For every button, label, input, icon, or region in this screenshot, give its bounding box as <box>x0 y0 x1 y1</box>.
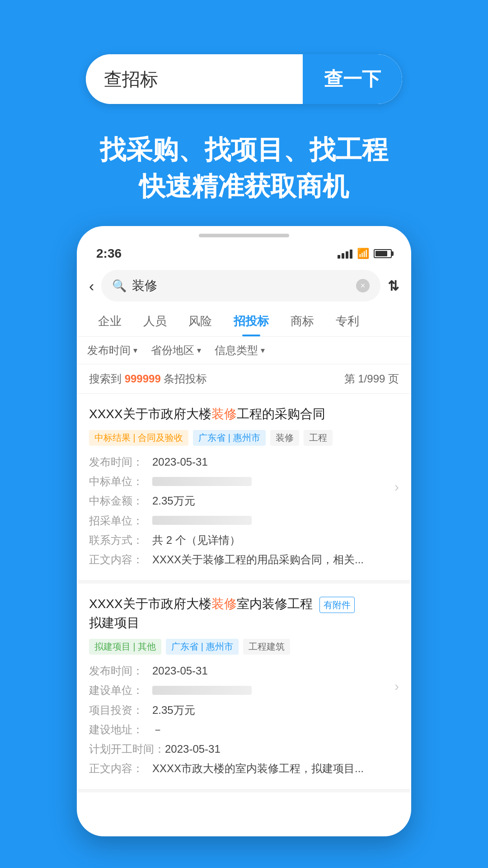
search-button-label: 查一下 <box>324 66 381 92</box>
result-title-2: XXXX关于市政府大楼装修室内装修工程 有附件 拟建项目 <box>89 594 399 632</box>
result-item-1[interactable]: XXXX关于市政府大楼装修工程的采购合同 中标结果 | 合同及验收 广东省 | … <box>78 394 410 584</box>
filter-type[interactable]: 信息类型 ▾ <box>215 343 265 358</box>
tag-construction-2: 工程建筑 <box>243 639 290 655</box>
tag-engineering-1: 工程 <box>304 430 333 446</box>
tag-decoration-1: 装修 <box>270 430 299 446</box>
chevron-right-1: › <box>394 479 399 495</box>
battery-icon <box>374 249 392 258</box>
tags-row-1: 中标结果 | 合同及验收 广东省 | 惠州市 装修 工程 <box>89 430 399 446</box>
detail-content-1: 正文内容： XXXX关于装修工程的用品采购合同，相关... <box>89 550 399 569</box>
clear-icon-symbol: × <box>361 281 366 291</box>
inner-search-box[interactable]: 🔍 装修 × <box>101 270 380 302</box>
tags-row-2: 拟建项目 | 其他 广东省 | 惠州市 工程建筑 <box>89 639 399 655</box>
tag-region-1: 广东省 | 惠州市 <box>193 430 265 446</box>
detail-purchaser-1: 招采单位： <box>89 511 399 530</box>
inner-search-icon: 🔍 <box>112 279 127 293</box>
filter-type-arrow: ▾ <box>261 345 265 355</box>
signal-icon <box>338 249 352 259</box>
clear-button[interactable]: × <box>356 279 370 292</box>
page-info: 第 1/999 页 <box>344 372 399 386</box>
tab-bidding[interactable]: 招投标 <box>223 306 280 336</box>
detail-amount-1: 中标金额： 2.35万元 <box>89 491 399 510</box>
search-input-area[interactable] <box>86 54 303 104</box>
detail-start-time-2: 计划开工时间： 2023-05-31 <box>89 739 399 759</box>
result-count-text: 搜索到 999999 条招投标 <box>89 372 207 386</box>
detail-content-2: 正文内容： XXXX市政大楼的室内装修工程，拟建项目... <box>89 759 399 778</box>
detail-builder-2: 建设单位： <box>89 680 399 700</box>
phone-mockup: 2:36 📶 ‹ 🔍 装修 × <box>77 226 411 836</box>
status-bar: 2:36 📶 <box>78 237 410 265</box>
search-input[interactable] <box>104 69 285 90</box>
result-title-1: XXXX关于市政府大楼装修工程的采购合同 <box>89 405 399 424</box>
detail-winner-1: 中标单位： <box>89 472 399 491</box>
search-keyword-display: 装修 <box>132 277 351 294</box>
title-keyword-1: 装修 <box>211 407 237 421</box>
search-container: 查一下 <box>86 54 402 104</box>
wifi-icon: 📶 <box>357 248 369 259</box>
status-icons: 📶 <box>338 248 392 259</box>
app-background: 查一下 找采购、找项目、找工程 快速精准获取商机 2:36 📶 <box>0 0 488 868</box>
detail-address-2: 建设地址： － <box>89 720 399 739</box>
title-keyword-2: 装修 <box>211 597 237 611</box>
result-item-2[interactable]: XXXX关于市政府大楼装修室内装修工程 有附件 拟建项目 拟建项目 | 其他 广… <box>78 584 410 793</box>
inner-search-row: ‹ 🔍 装修 × ⇅ <box>78 265 410 306</box>
filter-row: 发布时间 ▾ 省份地区 ▾ 信息类型 ▾ <box>78 337 410 364</box>
tab-enterprise[interactable]: 企业 <box>87 306 132 336</box>
chevron-right-2: › <box>394 679 399 694</box>
tagline: 找采购、找项目、找工程 快速精准获取商机 <box>0 131 488 204</box>
filter-region[interactable]: 省份地区 ▾ <box>151 343 201 358</box>
attachment-badge: 有附件 <box>319 597 355 613</box>
search-button[interactable]: 查一下 <box>303 54 402 104</box>
tab-risk[interactable]: 风险 <box>178 306 223 336</box>
filter-time-arrow: ▾ <box>133 345 137 355</box>
tag-result-type-1: 中标结果 | 合同及验收 <box>89 430 188 446</box>
detail-publish-date-2: 发布时间： 2023-05-31 <box>89 661 399 680</box>
filter-time[interactable]: 发布时间 ▾ <box>87 343 137 358</box>
tab-personnel[interactable]: 人员 <box>132 306 178 336</box>
status-time: 2:36 <box>96 246 122 261</box>
detail-contact-1: 联系方式： 共 2 个（见详情） <box>89 530 399 550</box>
detail-investment-2: 项目投资： 2.35万元 <box>89 700 399 720</box>
result-count-row: 搜索到 999999 条招投标 第 1/999 页 <box>78 364 410 394</box>
result-count-number: 999999 <box>125 373 161 385</box>
tagline-line1: 找采购、找项目、找工程 <box>0 131 488 168</box>
tabs-row: 企业 人员 风险 招投标 商标 专利 <box>78 306 410 337</box>
detail-publish-date-1: 发布时间： 2023-05-31 <box>89 452 399 472</box>
back-button[interactable]: ‹ <box>89 277 94 295</box>
phone-notch <box>199 234 289 237</box>
tag-region-2: 广东省 | 惠州市 <box>166 639 238 655</box>
tagline-line2: 快速精准获取商机 <box>0 168 488 204</box>
filter-icon[interactable]: ⇅ <box>388 278 399 294</box>
tag-project-type-2: 拟建项目 | 其他 <box>89 639 161 655</box>
tab-trademark[interactable]: 商标 <box>280 306 325 336</box>
tab-patent[interactable]: 专利 <box>325 306 370 336</box>
filter-region-arrow: ▾ <box>197 345 201 355</box>
